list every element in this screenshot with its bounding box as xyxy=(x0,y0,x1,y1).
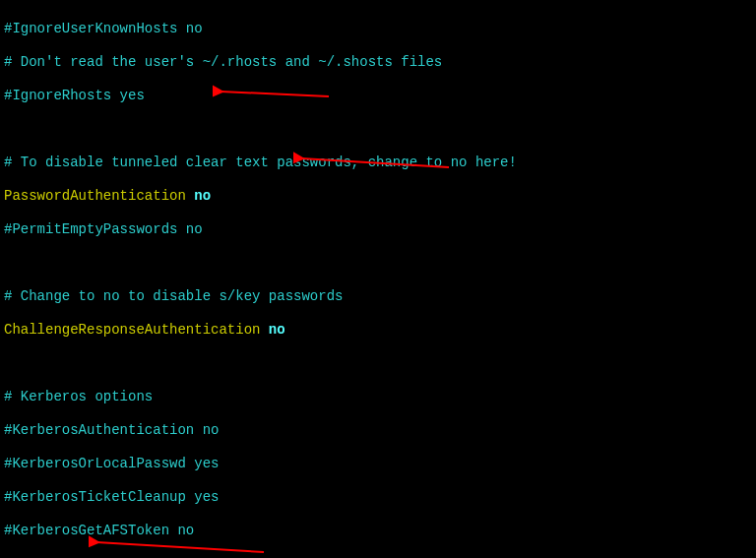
config-line: #IgnoreUserKnownHosts no xyxy=(4,21,752,37)
config-comment: # Change to no to disable s/key password… xyxy=(4,288,752,305)
setting-value: no xyxy=(194,188,211,204)
setting-key: ChallengeResponseAuthentication xyxy=(4,322,260,338)
blank-line xyxy=(4,121,752,138)
setting-key: PasswordAuthentication xyxy=(4,188,186,204)
config-comment: # To disable tunneled clear text passwor… xyxy=(4,155,752,171)
setting-password-authentication: PasswordAuthentication no xyxy=(4,188,752,205)
config-line: #PermitEmptyPasswords no xyxy=(4,221,752,238)
terminal-editor[interactable]: #IgnoreUserKnownHosts no # Don't read th… xyxy=(4,4,752,558)
blank-line xyxy=(4,255,752,272)
blank-line xyxy=(4,355,752,372)
setting-challenge-response-authentication: ChallengeResponseAuthentication no xyxy=(4,322,752,339)
config-line: # Don't read the user's ~/.rhosts and ~/… xyxy=(4,54,752,71)
config-line: #KerberosGetAFSToken no xyxy=(4,523,752,539)
config-line: #KerberosTicketCleanup yes xyxy=(4,489,752,506)
config-line: #KerberosAuthentication no xyxy=(4,422,752,439)
config-comment: # Kerberos options xyxy=(4,389,752,405)
setting-value: no xyxy=(269,322,285,338)
config-line: #IgnoreRhosts yes xyxy=(4,88,752,104)
config-line: #KerberosOrLocalPasswd yes xyxy=(4,456,752,472)
